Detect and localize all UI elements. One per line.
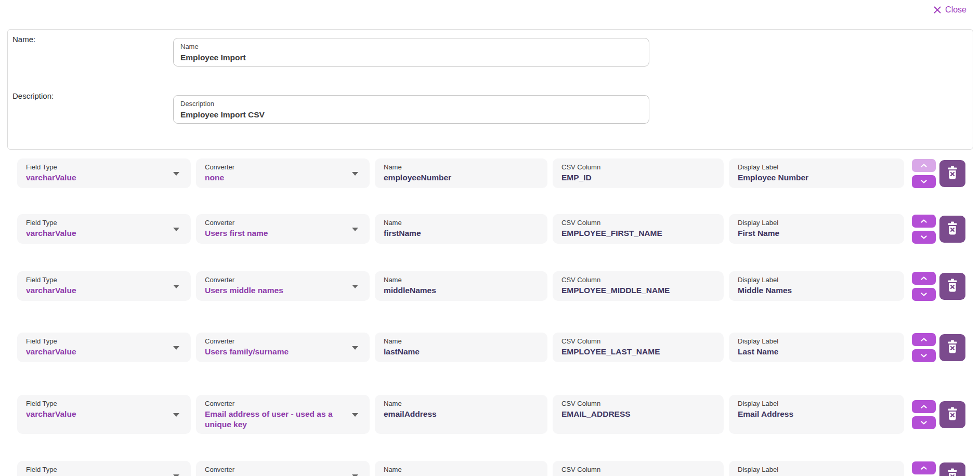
move-down-button[interactable] [912,231,936,244]
move-up-button[interactable] [912,333,936,346]
display-label-value: Employee Number [738,173,895,183]
csv-column-field[interactable]: CSV Column POSITION_TITLE [553,461,724,476]
move-down-button[interactable] [912,416,936,429]
trash-icon [946,166,959,181]
chevron-up-icon [920,464,927,472]
chevron-up-icon [920,217,927,225]
move-down-button[interactable] [912,288,936,301]
converter-value: Email address of user - used as a unique… [205,409,348,430]
trash-icon [946,407,959,422]
chevron-down-icon [920,419,927,427]
chevron-up-icon [920,336,927,343]
name-field[interactable]: Name middleNames [375,271,547,301]
field-type-select[interactable]: Field Type varcharValue [17,214,191,244]
csv-column-value: EMP_ID [561,173,715,183]
name-input-floating-label: Name [180,43,642,51]
move-down-button[interactable] [912,175,936,188]
field-type-label: Field Type [26,276,169,284]
delete-row-button[interactable] [939,216,965,243]
field-type-select[interactable]: Field Type varcharValue [17,271,191,301]
name-field-value: lastName [384,347,539,357]
display-label-label: Display Label [738,276,895,284]
chevron-down-icon [352,474,358,476]
field-type-select[interactable]: Field Type varcharValue [17,333,191,362]
delete-row-button[interactable] [939,401,965,428]
converter-select[interactable]: Converter Users middle names [196,271,370,301]
name-field-value: emailAddress [384,409,539,419]
field-mapping-row: Field Type varcharValue Converter Users … [17,271,965,301]
field-type-select[interactable]: Field Type varcharValue [17,395,191,434]
display-label-field[interactable]: Display Label Last Name [729,333,904,362]
display-label-label: Display Label [738,400,895,408]
row-actions [912,158,965,188]
csv-column-label: CSV Column [561,400,715,408]
display-label-label: Display Label [738,337,895,346]
move-down-button[interactable] [912,349,936,362]
display-label-label: Display Label [738,163,895,171]
converter-select[interactable]: Converter Users family/surname [196,333,370,362]
name-field[interactable]: Name jobTitle [375,461,547,476]
converter-select[interactable]: Converter Users first name [196,214,370,244]
row-actions [912,333,965,362]
move-up-button[interactable] [912,400,936,413]
display-label-label: Display Label [738,219,895,227]
converter-label: Converter [205,219,348,227]
name-row-label: Name: [12,35,35,44]
field-type-select[interactable]: Field Type varcharValue [17,158,191,188]
import-name-input[interactable]: Name Employee Import [173,38,649,67]
chevron-up-icon [920,274,927,282]
field-type-select[interactable]: Field Type varcharValue [17,461,191,476]
name-field[interactable]: Name employeeNumber [375,158,547,188]
row-actions [912,395,965,434]
name-field[interactable]: Name lastName [375,333,547,362]
chevron-down-icon [352,172,358,176]
converter-select[interactable]: Converter none [196,158,370,188]
csv-column-field[interactable]: CSV Column EMP_ID [553,158,724,188]
name-field[interactable]: Name firstName [375,214,547,244]
chevron-down-icon [173,413,179,417]
move-up-button[interactable] [912,461,936,474]
display-label-field[interactable]: Display Label Employee Number [729,158,904,188]
field-mapping-row: Field Type varcharValue Converter Users … [17,333,965,362]
close-button[interactable]: Close [933,5,966,15]
import-description-input[interactable]: Description Employee Import CSV [173,95,649,124]
field-mapping-row: Field Type varcharValue Converter none N… [17,158,965,188]
reorder-buttons [912,215,936,244]
trash-icon [946,340,959,355]
csv-column-field[interactable]: CSV Column EMPLOYEE_MIDDLE_NAME [553,271,724,301]
csv-column-field[interactable]: CSV Column EMAIL_ADDRESS [553,395,724,434]
row-actions [912,271,965,301]
csv-column-label: CSV Column [561,163,715,171]
move-up-button[interactable] [912,272,936,285]
csv-column-field[interactable]: CSV Column EMPLOYEE_FIRST_NAME [553,214,724,244]
chevron-down-icon [173,285,179,288]
display-label-field[interactable]: Display Label Job Title [729,461,904,476]
field-type-value: varcharValue [26,409,169,419]
csv-column-label: CSV Column [561,466,715,474]
close-icon [933,6,942,14]
converter-select[interactable]: Converter Email address of user - used a… [196,395,370,434]
display-label-field[interactable]: Display Label Middle Names [729,271,904,301]
display-label-field[interactable]: Display Label Email Address [729,395,904,434]
field-mapping-row: Field Type varcharValue Converter Email … [17,395,965,434]
move-up-button[interactable] [912,215,936,228]
chevron-down-icon [920,352,927,360]
csv-column-value: EMAIL_ADDRESS [561,409,715,419]
delete-row-button[interactable] [939,334,965,361]
csv-column-label: CSV Column [561,219,715,227]
move-up-button[interactable] [912,159,936,172]
name-field[interactable]: Name emailAddress [375,395,547,434]
name-field-value: middleNames [384,285,539,296]
delete-row-button[interactable] [939,160,965,187]
converter-select[interactable]: Converter Users job title [196,461,370,476]
name-field-value: employeeNumber [384,173,539,183]
csv-column-field[interactable]: CSV Column EMPLOYEE_LAST_NAME [553,333,724,362]
field-type-label: Field Type [26,466,169,474]
chevron-down-icon [173,228,179,231]
field-mapping-row: Field Type varcharValue Converter Users … [17,214,965,244]
chevron-down-icon [352,413,358,417]
display-label-field[interactable]: Display Label First Name [729,214,904,244]
delete-row-button[interactable] [939,462,965,476]
delete-row-button[interactable] [939,273,965,300]
close-button-label: Close [945,5,966,15]
